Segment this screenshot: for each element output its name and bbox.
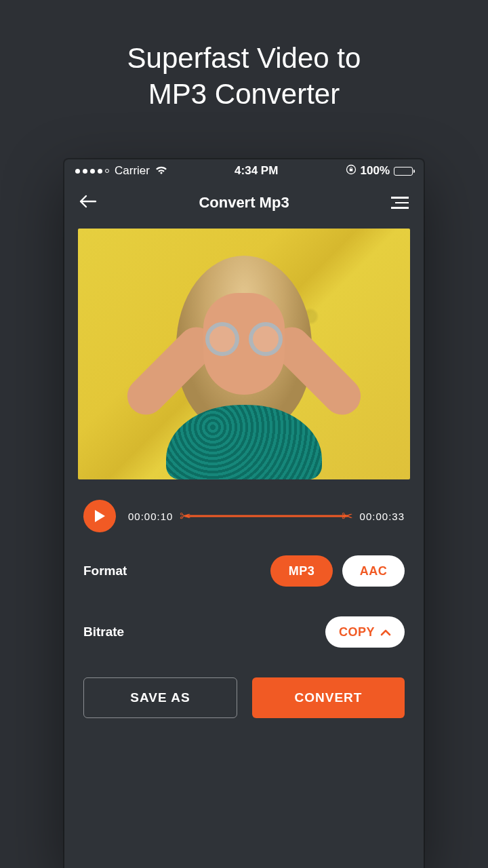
player-controls: 00:00:10 ✂ ✂ 00:00:33	[64, 479, 424, 540]
lock-rotation-icon	[346, 164, 357, 178]
clock: 4:34 PM	[235, 164, 278, 178]
action-row: SAVE AS CONVERT	[64, 663, 424, 718]
convert-button[interactable]: CONVERT	[252, 677, 405, 718]
battery-percent: 100%	[361, 164, 390, 178]
carrier-label: Carrier	[115, 164, 150, 178]
status-bar: Carrier 4:34 PM 100%	[64, 159, 424, 182]
trim-slider[interactable]: ✂ ✂	[185, 509, 347, 523]
scissor-right-icon[interactable]: ✂	[342, 508, 353, 524]
scissor-left-icon[interactable]: ✂	[180, 508, 191, 524]
play-button[interactable]	[83, 500, 116, 532]
menu-button[interactable]	[391, 197, 409, 209]
back-button[interactable]	[79, 194, 97, 212]
phone-frame: Carrier 4:34 PM 100% Convert Mp3	[64, 159, 424, 868]
format-row: Format MP3 AAC	[64, 540, 424, 601]
wifi-icon	[155, 164, 167, 178]
bitrate-dropdown[interactable]: COPY	[325, 616, 405, 648]
bitrate-dropdown-label: COPY	[339, 625, 375, 639]
nav-bar: Convert Mp3	[64, 182, 424, 223]
trim-start-time: 00:00:10	[128, 511, 173, 522]
format-label: Format	[83, 564, 127, 578]
chevron-up-icon	[380, 625, 391, 639]
video-preview[interactable]	[78, 229, 410, 479]
bitrate-row: Bitrate COPY	[64, 601, 424, 663]
headline-line-1: Superfast Video to	[0, 41, 488, 77]
save-as-button[interactable]: SAVE AS	[83, 677, 237, 718]
headline-line-2: MP3 Converter	[0, 77, 488, 113]
page-title: Convert Mp3	[199, 194, 289, 212]
promo-headline: Superfast Video to MP3 Converter	[0, 0, 488, 112]
format-option-aac[interactable]: AAC	[342, 555, 405, 587]
format-option-mp3[interactable]: MP3	[270, 555, 333, 587]
trim-end-time: 00:00:33	[360, 511, 405, 522]
bitrate-label: Bitrate	[83, 625, 124, 639]
battery-icon	[394, 167, 413, 176]
signal-icon	[75, 169, 109, 174]
